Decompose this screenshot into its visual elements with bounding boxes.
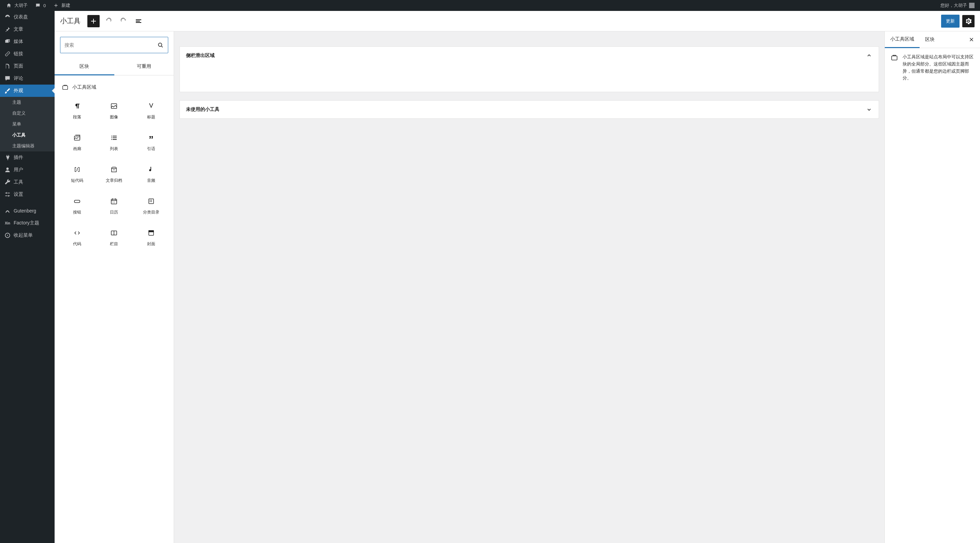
submenu-customize[interactable]: 自定义: [0, 108, 55, 119]
sidebar-item-dashboard[interactable]: 仪表盘: [0, 11, 55, 23]
new-content-link[interactable]: 新建: [50, 0, 73, 11]
sidebar-item-posts[interactable]: 文章: [0, 23, 55, 35]
tab-reusable[interactable]: 可重用: [114, 59, 174, 75]
block-item-label: 音频: [147, 178, 155, 184]
sidebar-item-appearance[interactable]: 外观: [0, 84, 55, 97]
search-input[interactable]: [65, 42, 157, 48]
comments-icon: [4, 75, 11, 82]
inserter-content: 小工具区域 段落图像标题画廊列表引语短代码文章归档音频按钮日历分类目录代码栏目封…: [55, 75, 174, 543]
sidebar-item-media[interactable]: 媒体: [0, 35, 55, 48]
list-view-button[interactable]: [132, 15, 145, 27]
sidebar-item-label: 用户: [14, 167, 23, 173]
submenu-theme-editor[interactable]: 主题编辑器: [0, 141, 55, 151]
paragraph-icon: [73, 102, 81, 110]
sidebar-item-factory[interactable]: Xin Factory主题: [0, 217, 55, 229]
widget-area-body[interactable]: [180, 65, 879, 92]
add-block-button[interactable]: [88, 15, 100, 27]
block-item-list[interactable]: 列表: [97, 128, 131, 157]
block-item-label: 图像: [110, 114, 118, 120]
svg-point-11: [150, 202, 150, 202]
columns-icon: [110, 229, 118, 237]
user-icon: [4, 167, 11, 173]
close-settings-button[interactable]: [963, 32, 980, 47]
chevron-down-icon: [866, 106, 872, 113]
sidebar-item-gutenberg[interactable]: Gutenberg: [0, 205, 55, 217]
block-inserter-panel: 区块 可重用 小工具区域 段落图像标题画廊列表引语短代码文章归档音频按钮日历分类…: [55, 32, 174, 543]
block-item-label: 按钮: [73, 210, 81, 215]
redo-button[interactable]: [118, 15, 130, 27]
tab-blocks[interactable]: 区块: [55, 59, 114, 75]
code-icon: [73, 229, 81, 237]
submenu-widgets[interactable]: 小工具: [0, 130, 55, 141]
block-item-gallery[interactable]: 画廊: [60, 128, 94, 157]
avatar: [969, 3, 975, 8]
svg-rect-3: [63, 86, 68, 89]
sidebar-item-links[interactable]: 链接: [0, 48, 55, 60]
button-icon: [73, 197, 81, 205]
submenu-menus[interactable]: 菜单: [0, 119, 55, 130]
user-greeting[interactable]: 您好，大胡子: [938, 0, 977, 11]
site-name: 大胡子: [14, 2, 28, 8]
sidebar-item-label: 外观: [14, 88, 23, 94]
sidebar-item-pages[interactable]: 页面: [0, 60, 55, 72]
sidebar-collapse[interactable]: 收起菜单: [0, 229, 55, 241]
gallery-icon: [73, 134, 81, 142]
search-icon: [157, 41, 164, 48]
gutenberg-icon: [4, 207, 11, 214]
block-item-code[interactable]: 代码: [60, 224, 94, 252]
sidebar-item-tools[interactable]: 工具: [0, 176, 55, 188]
sidebar-item-plugins[interactable]: 插件: [0, 151, 55, 164]
settings-panel: 小工具区域 区块 小工具区域是站点布局中可以支持区块的全局部分。这些区域因主题而…: [885, 32, 980, 543]
image-icon: [110, 102, 118, 110]
block-item-categories[interactable]: 分类目录: [134, 192, 168, 221]
sidebar-item-settings[interactable]: 设置: [0, 188, 55, 200]
sidebar-item-label: Factory主题: [14, 220, 39, 226]
page-title: 小工具: [60, 16, 81, 25]
tab-widget-area[interactable]: 小工具区域: [885, 32, 920, 48]
tab-block[interactable]: 区块: [920, 32, 940, 48]
block-item-archive[interactable]: 文章归档: [97, 160, 131, 189]
comment-icon: [35, 2, 41, 9]
factory-icon: Xin: [4, 220, 11, 227]
sidebar-item-users[interactable]: 用户: [0, 164, 55, 176]
page-icon: [4, 63, 11, 70]
sidebar-item-label: 页面: [14, 63, 23, 69]
settings-toggle-button[interactable]: [962, 15, 975, 27]
block-item-image[interactable]: 图像: [97, 97, 131, 125]
block-item-calendar[interactable]: 日历: [97, 192, 131, 221]
block-item-heading[interactable]: 标题: [134, 97, 168, 125]
block-item-button[interactable]: 按钮: [60, 192, 94, 221]
sidebar-item-comments[interactable]: 评论: [0, 72, 55, 84]
dashboard-icon: [4, 14, 11, 21]
block-search[interactable]: [60, 37, 168, 53]
appearance-submenu: 主题 自定义 菜单 小工具 主题编辑器: [0, 97, 55, 151]
greeting-text: 您好，大胡子: [940, 2, 967, 8]
editor-content: 小工具 更新: [55, 11, 980, 543]
block-item-quote[interactable]: 引语: [134, 128, 168, 157]
block-item-label: 列表: [110, 146, 118, 152]
widget-area-title: 侧栏滑出区域: [186, 52, 215, 59]
update-button[interactable]: 更新: [941, 15, 959, 28]
block-item-paragraph[interactable]: 段落: [60, 97, 94, 125]
widget-area-title: 未使用的小工具: [186, 106, 220, 113]
block-item-label: 封面: [147, 241, 155, 247]
block-item-cover[interactable]: 封面: [134, 224, 168, 252]
comments-link[interactable]: 0: [32, 0, 48, 11]
block-item-audio[interactable]: 音频: [134, 160, 168, 189]
settings-body: 小工具区域是站点布局中可以支持区块的全局部分。这些区域因主题而异，但通常都是您的…: [885, 48, 980, 87]
block-item-label: 短代码: [71, 178, 83, 184]
widget-area-header[interactable]: 未使用的小工具: [180, 101, 879, 118]
chevron-up-icon: [866, 52, 872, 59]
undo-button[interactable]: [102, 15, 115, 27]
collapse-icon: [4, 232, 11, 239]
block-item-shortcode[interactable]: 短代码: [60, 160, 94, 189]
svg-point-0: [6, 167, 9, 170]
block-item-columns[interactable]: 栏目: [97, 224, 131, 252]
site-home-link[interactable]: 大胡子: [3, 0, 30, 11]
widget-area-header[interactable]: 侧栏滑出区域: [180, 47, 879, 65]
editor-body: 区块 可重用 小工具区域 段落图像标题画廊列表引语短代码文章归档音频按钮日历分类…: [55, 32, 980, 543]
sidebar-item-label: 链接: [14, 51, 23, 57]
block-grid: 段落图像标题画廊列表引语短代码文章归档音频按钮日历分类目录代码栏目封面: [60, 97, 168, 252]
submenu-themes[interactable]: 主题: [0, 97, 55, 108]
sidebar-item-label: 设置: [14, 191, 23, 197]
